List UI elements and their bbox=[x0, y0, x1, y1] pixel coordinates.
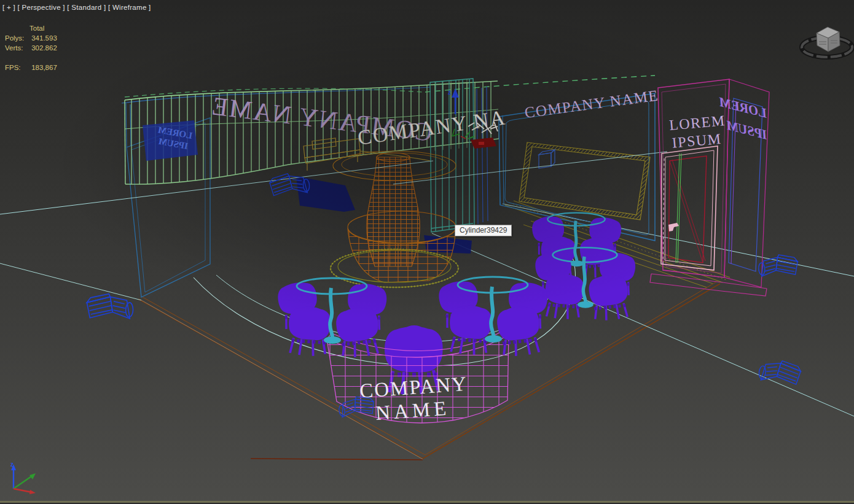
stats-total-label: Total bbox=[29, 23, 44, 33]
tower-lorem: LOREM bbox=[668, 112, 726, 133]
left-wall-sign[interactable]: LOREM IPSUM bbox=[143, 120, 198, 161]
world-axis-gizmo: z bbox=[4, 459, 43, 497]
stats-polys-value: 341.593 bbox=[31, 34, 57, 42]
axis-z-label: z bbox=[10, 461, 14, 468]
viewport-label[interactable]: [ + ] [ Perspective ] [ Standard ] [ Wir… bbox=[2, 4, 151, 11]
wall-screen-frame[interactable] bbox=[519, 142, 650, 220]
tower-ipsum: IPSUM bbox=[672, 131, 723, 151]
wireframe-scene[interactable]: COMPANY NAME LOREM IPSUM bbox=[0, 0, 854, 504]
spotlight-left[interactable] bbox=[86, 293, 133, 320]
stats-fps-label: FPS: bbox=[5, 63, 29, 72]
stats-fps-value: 183,867 bbox=[31, 64, 57, 71]
stats-verts-label: Verts: bbox=[5, 43, 29, 53]
max-viewport[interactable]: COMPANY NAME LOREM IPSUM bbox=[0, 0, 854, 504]
navy-screen[interactable] bbox=[296, 176, 355, 212]
spotlight-right[interactable] bbox=[758, 254, 798, 277]
stats-verts-value: 302.862 bbox=[31, 44, 57, 52]
viewcube-cube[interactable] bbox=[817, 27, 840, 52]
viewcube[interactable] bbox=[799, 12, 854, 65]
stats-polys-label: Polys: bbox=[5, 33, 29, 43]
object-tooltip: Cylinder39429 bbox=[455, 225, 512, 236]
table-group-right[interactable] bbox=[533, 247, 637, 322]
gizmo-z-label: z bbox=[448, 89, 451, 96]
right-wall-text: COMPANY NAME bbox=[523, 87, 659, 121]
spotlight-bottom-right[interactable] bbox=[758, 359, 802, 385]
